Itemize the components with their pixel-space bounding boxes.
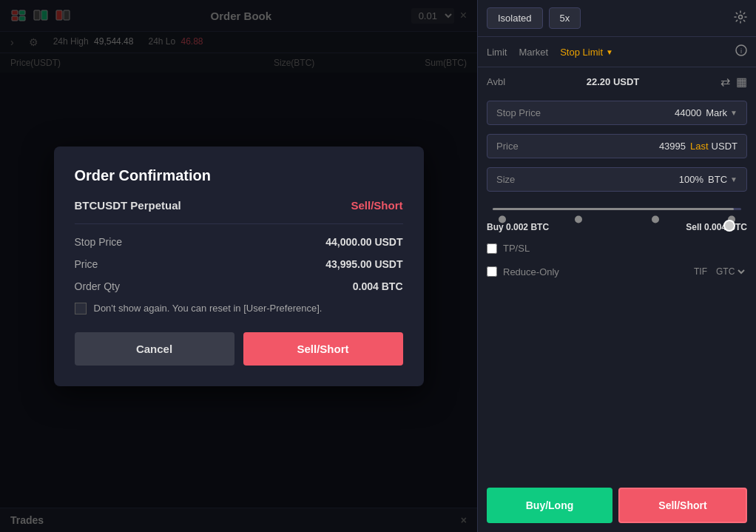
slider-dot-0[interactable] xyxy=(499,216,506,223)
svg-text:i: i xyxy=(740,47,742,55)
transfer-icon[interactable]: ⇄ xyxy=(720,75,730,89)
tpsl-label: TP/SL xyxy=(503,243,530,254)
isolated-button[interactable]: Isolated xyxy=(487,7,543,29)
modal-price-value: 43,995.00 USDT xyxy=(325,258,402,270)
buy-long-button[interactable]: Buy/Long xyxy=(487,488,612,523)
stop-price-value: 44000 xyxy=(548,107,701,118)
right-panel: Isolated 5x Limit Market Stop Limit ▼ i xyxy=(477,0,756,532)
slider-dot-50[interactable] xyxy=(652,216,659,223)
modal-stop-price-label: Stop Price xyxy=(75,236,123,248)
slider-dots xyxy=(499,218,735,226)
sell-short-button[interactable]: Sell/Short xyxy=(618,488,747,523)
svg-point-22 xyxy=(739,15,743,18)
modal-cancel-button[interactable]: Cancel xyxy=(75,332,234,366)
modal-pair-row: BTCUSDT Perpetual Sell/Short xyxy=(75,199,403,212)
modal-stop-price-row: Stop Price 44,000.00 USDT xyxy=(75,236,403,248)
slider-handle[interactable] xyxy=(723,220,735,232)
price-value: 43995 xyxy=(548,141,686,152)
modal-qty-label: Order Qty xyxy=(75,280,120,292)
modal-divider xyxy=(75,223,403,224)
order-type-info-icon[interactable]: i xyxy=(735,44,747,59)
dont-show-again-checkbox[interactable] xyxy=(75,303,87,314)
slider-fill xyxy=(493,208,734,210)
tab-limit[interactable]: Limit xyxy=(487,47,507,58)
size-unit: BTC xyxy=(708,174,727,185)
order-confirmation-modal: Order Confirmation BTCUSDT Perpetual Sel… xyxy=(54,147,424,386)
trading-top: Isolated 5x xyxy=(478,0,756,37)
price-input-group[interactable]: Price 43995 Last USDT xyxy=(487,134,747,158)
trading-settings-icon[interactable] xyxy=(734,10,747,27)
stop-price-label: Stop Price xyxy=(496,107,548,118)
size-value: 100% xyxy=(548,174,703,185)
modal-price-label: Price xyxy=(75,258,98,270)
tpsl-checkbox[interactable] xyxy=(487,243,497,254)
price-unit-last: Last xyxy=(690,141,709,152)
modal-checkbox-row: Don't show again. You can reset in [User… xyxy=(75,303,403,314)
dont-show-again-text: Don't show again. You can reset in [User… xyxy=(94,303,323,314)
action-buttons: Buy/Long Sell/Short xyxy=(478,479,756,532)
modal-pair-name: BTCUSDT Perpetual xyxy=(75,199,181,212)
left-panel: Order Book 0.01 0.05 0.10 × › ⚙ 24h High… xyxy=(0,0,477,532)
price-label: Price xyxy=(496,141,548,152)
avbl-value: 22.20 USDT xyxy=(587,76,640,87)
tab-stop-limit[interactable]: Stop Limit ▼ xyxy=(560,47,613,58)
calculator-icon[interactable]: ▦ xyxy=(736,75,747,89)
modal-sell-short-button[interactable]: Sell/Short xyxy=(243,332,403,366)
tpsl-checkbox-row: TP/SL xyxy=(478,237,756,260)
stop-price-input-group[interactable]: Stop Price 44000 Mark ▼ xyxy=(487,101,747,125)
slider-row xyxy=(478,196,756,218)
tab-market[interactable]: Market xyxy=(519,47,548,58)
size-dropdown-icon[interactable]: ▼ xyxy=(730,175,738,183)
reduce-only-checkbox-row: Reduce-Only TIF GTC IOC FOK xyxy=(478,260,756,283)
slider-dot-25[interactable] xyxy=(575,216,582,223)
reduce-only-label: Reduce-Only xyxy=(503,266,559,277)
modal-buttons: Cancel Sell/Short xyxy=(75,332,403,366)
dropdown-arrow-icon: ▼ xyxy=(606,48,613,56)
modal-title: Order Confirmation xyxy=(75,167,403,184)
tif-label: TIF xyxy=(694,266,707,277)
avbl-row: Avbl 22.20 USDT ⇄ ▦ xyxy=(478,67,756,96)
modal-overlay: Order Confirmation BTCUSDT Perpetual Sel… xyxy=(0,0,477,532)
stop-price-dropdown-icon[interactable]: ▼ xyxy=(730,109,738,117)
avbl-label: Avbl xyxy=(487,76,505,87)
stop-price-unit: Mark xyxy=(706,107,727,118)
price-unit-currency: USDT xyxy=(712,141,738,152)
tif-select[interactable]: GTC IOC FOK xyxy=(713,266,747,277)
slider-track xyxy=(493,208,741,210)
size-label: Size xyxy=(496,174,548,185)
modal-qty-value: 0.004 BTC xyxy=(353,280,403,292)
modal-price-row: Price 43,995.00 USDT xyxy=(75,258,403,270)
modal-qty-row: Order Qty 0.004 BTC xyxy=(75,280,403,292)
order-type-tabs: Limit Market Stop Limit ▼ i xyxy=(478,37,756,67)
main-layout: Order Book 0.01 0.05 0.10 × › ⚙ 24h High… xyxy=(0,0,756,532)
reduce-only-checkbox[interactable] xyxy=(487,266,497,277)
size-input-group[interactable]: Size 100% BTC ▼ xyxy=(487,167,747,192)
modal-stop-price-value: 44,000.00 USDT xyxy=(325,236,402,248)
leverage-button[interactable]: 5x xyxy=(549,7,581,29)
avbl-actions: ⇄ ▦ xyxy=(720,75,747,89)
modal-action-label: Sell/Short xyxy=(351,199,402,212)
